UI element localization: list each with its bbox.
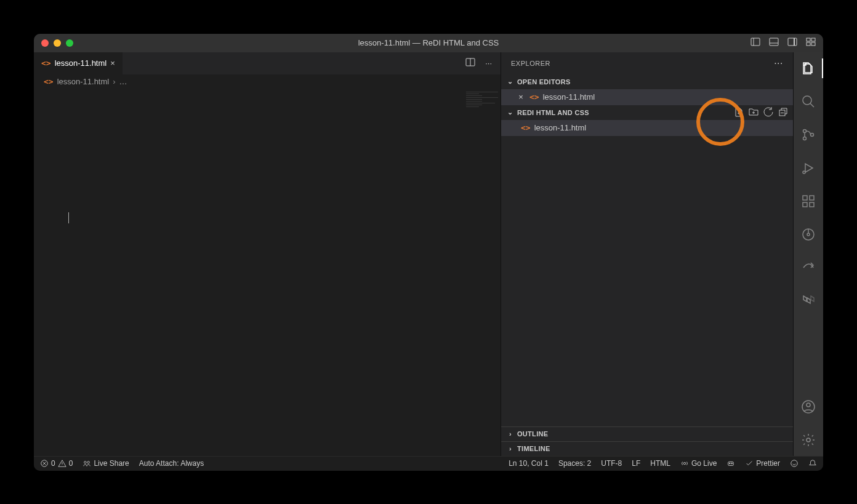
search-icon[interactable] <box>794 90 823 113</box>
feedback-icon[interactable] <box>790 459 799 468</box>
breadcrumb-ellipsis: … <box>119 77 127 86</box>
editor-tabs: <> lesson-11.html × ··· <box>34 52 501 74</box>
golive-status[interactable]: Go Live <box>680 459 717 468</box>
cursor-position-status[interactable]: Ln 10, Col 1 <box>509 459 549 468</box>
chevron-right-icon: › <box>506 430 515 438</box>
breadcrumb-filename: lesson-11.html <box>57 77 110 86</box>
open-editors-section[interactable]: ⌄ OPEN EDITORS <box>501 74 793 89</box>
problems-status[interactable]: 0 0 <box>40 459 73 468</box>
svg-rect-27 <box>810 202 814 207</box>
code-area[interactable] <box>68 89 464 456</box>
svg-rect-6 <box>807 38 810 41</box>
svg-point-38 <box>84 462 87 464</box>
window-controls <box>41 39 73 47</box>
minimap[interactable] <box>464 89 501 456</box>
chevron-down-icon: ⌄ <box>506 108 515 116</box>
explorer-icon[interactable] <box>794 57 823 79</box>
svg-rect-25 <box>810 196 814 200</box>
html-file-icon: <> <box>41 58 51 68</box>
layout-controls <box>750 37 816 49</box>
run-debug-icon[interactable] <box>794 157 823 179</box>
toggle-secondary-sidebar-icon[interactable] <box>787 37 797 49</box>
timeline-label: TIMELINE <box>517 445 550 452</box>
minimize-window-button[interactable] <box>54 39 61 47</box>
titlebar: lesson-11.html — ReDI HTML and CSS <box>34 34 823 52</box>
open-editors-label: OPEN EDITORS <box>517 78 571 86</box>
toggle-primary-sidebar-icon[interactable] <box>750 37 760 49</box>
svg-point-32 <box>807 403 810 407</box>
close-icon[interactable]: × <box>516 92 526 102</box>
svg-point-43 <box>731 463 733 464</box>
html-file-icon: <> <box>44 77 54 86</box>
prettier-status[interactable]: Prettier <box>745 459 780 468</box>
share-icon[interactable] <box>794 257 823 279</box>
svg-point-23 <box>803 171 805 174</box>
svg-point-33 <box>807 438 810 442</box>
folder-file-name: lesson-11.html <box>534 123 587 132</box>
indentation-status[interactable]: Spaces: 2 <box>558 459 591 468</box>
open-editor-item[interactable]: × <> lesson-11.html <box>501 89 793 105</box>
tab-close-icon[interactable]: × <box>110 58 115 68</box>
tab-actions: ··· <box>457 52 501 74</box>
chevron-down-icon: ⌄ <box>506 78 515 86</box>
timeline-section[interactable]: › TIMELINE <box>501 441 793 456</box>
folder-file-item[interactable]: <> lesson-11.html <box>501 120 793 136</box>
chevron-right-icon: › <box>506 445 515 452</box>
svg-rect-7 <box>811 38 815 41</box>
folder-section[interactable]: ⌄ REDI HTML AND CSS <box>501 105 793 120</box>
window-title: lesson-11.html — ReDI HTML and CSS <box>34 38 823 47</box>
accounts-icon[interactable] <box>794 396 823 418</box>
close-window-button[interactable] <box>41 39 49 47</box>
html-file-icon: <> <box>521 123 531 132</box>
vscode-window: lesson-11.html — ReDI HTML and CSS <> le… <box>34 34 823 471</box>
chevron-right-icon: › <box>113 77 115 86</box>
svg-point-29 <box>807 233 810 236</box>
collapse-all-icon[interactable] <box>778 107 788 118</box>
code-editor[interactable] <box>34 89 501 456</box>
maximize-window-button[interactable] <box>66 39 73 47</box>
source-control-icon[interactable] <box>794 124 823 146</box>
breadcrumb[interactable]: <> lesson-11.html › … <box>34 74 501 89</box>
svg-rect-4 <box>788 38 797 46</box>
notifications-icon[interactable] <box>808 459 817 468</box>
folder-label: REDI HTML AND CSS <box>517 109 589 116</box>
svg-rect-26 <box>803 202 807 207</box>
gitlens-icon[interactable] <box>794 223 823 246</box>
explorer-more-icon[interactable]: ··· <box>774 58 783 69</box>
html-file-icon: <> <box>529 92 539 102</box>
tab-filename: lesson-11.html <box>55 58 107 68</box>
explorer-title: EXPLORER <box>511 60 550 67</box>
editor-tab[interactable]: <> lesson-11.html × <box>34 52 123 74</box>
svg-point-42 <box>730 463 731 464</box>
toggle-panel-icon[interactable] <box>769 37 779 49</box>
svg-rect-0 <box>751 38 760 46</box>
open-editor-filename: lesson-11.html <box>543 92 595 102</box>
split-editor-icon[interactable] <box>465 57 475 69</box>
svg-line-19 <box>810 103 814 107</box>
eol-status[interactable]: LF <box>632 459 640 468</box>
encoding-status[interactable]: UTF-8 <box>601 459 622 468</box>
svg-rect-9 <box>811 42 815 46</box>
svg-point-21 <box>803 137 807 140</box>
new-folder-icon[interactable] <box>749 107 758 118</box>
language-status[interactable]: HTML <box>650 459 670 468</box>
line-number-gutter <box>34 89 68 456</box>
svg-rect-2 <box>770 38 778 46</box>
outline-section[interactable]: › OUTLINE <box>501 426 793 441</box>
extensions-icon[interactable] <box>794 190 823 212</box>
more-actions-icon[interactable]: ··· <box>485 58 492 68</box>
terraform-icon[interactable] <box>794 290 823 312</box>
liveshare-status[interactable]: Live Share <box>82 459 129 468</box>
svg-rect-41 <box>728 462 734 465</box>
customize-layout-icon[interactable] <box>806 37 816 49</box>
text-cursor <box>68 212 69 223</box>
editor-group: <> lesson-11.html × ··· <> lesson-11.htm… <box>34 52 501 456</box>
explorer-header: EXPLORER ··· <box>501 52 793 74</box>
settings-gear-icon[interactable] <box>794 429 823 451</box>
refresh-icon[interactable] <box>763 107 773 118</box>
new-file-icon[interactable] <box>734 107 744 118</box>
activity-bar <box>794 52 823 456</box>
copilot-status[interactable] <box>726 459 735 468</box>
autoattach-status[interactable]: Auto Attach: Always <box>139 459 204 468</box>
svg-rect-8 <box>807 42 810 46</box>
